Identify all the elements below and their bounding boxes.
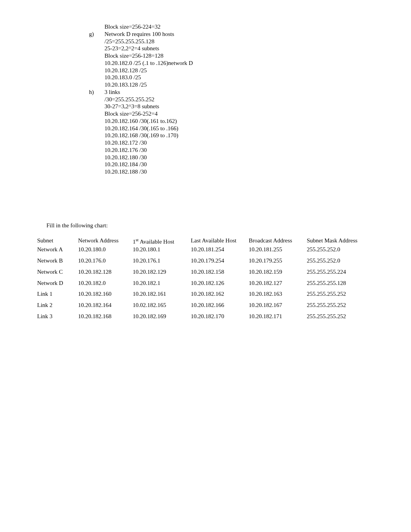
text-line: 10.20.182.160 /30(.161 to.162) (74, 118, 376, 125)
cell-mask: 255.255.255.224 (305, 268, 376, 280)
text-line: 10.20.183.128 /25 (74, 81, 376, 89)
col-header-last: Last Available Host (188, 237, 247, 246)
cell-first: 10.20.182.161 (130, 290, 188, 302)
cell-broadcast: 10.20.181.255 (247, 246, 305, 257)
text-line: Network D requires 100 hosts (104, 31, 174, 37)
cell-network: 10.20.182.160 (76, 290, 130, 302)
cell-broadcast: 10.20.179.255 (247, 257, 305, 268)
text-line: /30=255.255.255.252 (74, 96, 376, 103)
cell-first: 10.20.182.129 (130, 268, 188, 280)
cell-last: 10.20.182.166 (188, 302, 247, 313)
col-header-subnet: Subnet (35, 237, 76, 246)
text-line: 25-23=2,2^2=4 subnets (74, 45, 376, 52)
cell-broadcast: 10.20.182.127 (247, 280, 305, 291)
cell-subnet: Link 3 (35, 313, 76, 324)
cell-broadcast: 10.20.182.171 (247, 313, 305, 324)
cell-broadcast: 10.20.182.163 (247, 290, 305, 302)
chart-heading: Fill in the following chart: (46, 222, 376, 229)
cell-first: 10.20.180.1 (130, 246, 188, 257)
text-line: 10.20.182.164 /30(.165 to .166) (74, 125, 376, 132)
table-row: Link 1 10.20.182.160 10.20.182.161 10.20… (35, 290, 376, 302)
cell-first: 10.20.182.169 (130, 313, 188, 324)
text-line: 10.20.182.188 /30 (74, 168, 376, 176)
cell-last: 10.20.179.254 (188, 257, 247, 268)
list-label: h) (89, 89, 94, 96)
text-line: 3 links (104, 89, 120, 95)
table-row: Network B 10.20.176.0 10.20.176.1 10.20.… (35, 257, 376, 268)
text-line: 10.20.182.184 /30 (74, 161, 376, 168)
cell-network: 10.20.180.0 (76, 246, 130, 257)
table-row: Network A 10.20.180.0 10.20.180.1 10.20.… (35, 246, 376, 257)
cell-network: 10.20.182.128 (76, 268, 130, 280)
list-label: g) (89, 31, 94, 38)
text-line: Block size=256-128=128 (74, 52, 376, 60)
col-header-first: 1st Available Host (130, 237, 188, 246)
list-item-h: h) 3 links (74, 89, 376, 96)
cell-mask: 255.255.255.252 (305, 290, 376, 302)
cell-first: 10.02.182.165 (130, 302, 188, 313)
cell-network: 10.20.176.0 (76, 257, 130, 268)
text-line: 10.20.182.172 /30 (74, 139, 376, 147)
cell-last: 10.20.182.170 (188, 313, 247, 324)
cell-mask: 255.255.255.128 (305, 280, 376, 291)
cell-last: 10.20.181.254 (188, 246, 247, 257)
cell-subnet: Network B (35, 257, 76, 268)
text-line: 10.20.182.128 /25 (74, 67, 376, 74)
cell-mask: 255.255.255.252 (305, 313, 376, 324)
text-line: 10.20.182.180 /30 (74, 154, 376, 161)
cell-mask: 255.255.252.0 (305, 257, 376, 268)
text-line: 30-27=3,2^3=8 subnets (74, 103, 376, 110)
col-header-broadcast: Broadcast Address (247, 237, 305, 246)
cell-network: 10.20.182.168 (76, 313, 130, 324)
cell-broadcast: 10.20.182.159 (247, 268, 305, 280)
cell-last: 10.20.182.126 (188, 280, 247, 291)
table-header-row: Subnet Network Address 1st Available Hos… (35, 237, 376, 246)
text-line: Block size=256-224=32 (74, 23, 376, 31)
cell-network: 10.20.182.164 (76, 302, 130, 313)
cell-subnet: Network D (35, 280, 76, 291)
table-row: Network D 10.20.182.0 10.20.182.1 10.20.… (35, 280, 376, 291)
cell-broadcast: 10.20.182.167 (247, 302, 305, 313)
text-line: Block size=256-252=4 (74, 110, 376, 118)
text-line: 10.20.182.176 /30 (74, 147, 376, 154)
cell-last: 10.20.182.162 (188, 290, 247, 302)
cell-subnet: Link 1 (35, 290, 76, 302)
table-row: Link 2 10.20.182.164 10.02.182.165 10.20… (35, 302, 376, 313)
cell-network: 10.20.182.0 (76, 280, 130, 291)
subnet-calc-section: Block size=256-224=32 g) Network D requi… (74, 23, 376, 176)
text-line: 10.20.182.0 /25 (.1 to .126)network D (74, 60, 376, 67)
text-line: 10.20.183.0 /25 (74, 74, 376, 81)
cell-subnet: Link 2 (35, 302, 76, 313)
subnet-table: Subnet Network Address 1st Available Hos… (35, 237, 376, 324)
cell-subnet: Network C (35, 268, 76, 280)
cell-first: 10.20.182.1 (130, 280, 188, 291)
col-header-network: Network Address (76, 237, 130, 246)
cell-subnet: Network A (35, 246, 76, 257)
table-row: Link 3 10.20.182.168 10.20.182.169 10.20… (35, 313, 376, 324)
list-item-g: g) Network D requires 100 hosts (74, 31, 376, 38)
text-line: 10.20.182.168 /30(.169 to .170) (74, 132, 376, 139)
col-header-mask: Subnet Mask Address (305, 237, 376, 246)
cell-first: 10.20.176.1 (130, 257, 188, 268)
text-line: /25=255.255.255.128 (74, 38, 376, 45)
cell-last: 10.20.182.158 (188, 268, 247, 280)
table-row: Network C 10.20.182.128 10.20.182.129 10… (35, 268, 376, 280)
cell-mask: 255.255.255.252 (305, 302, 376, 313)
cell-mask: 255.255.252.0 (305, 246, 376, 257)
